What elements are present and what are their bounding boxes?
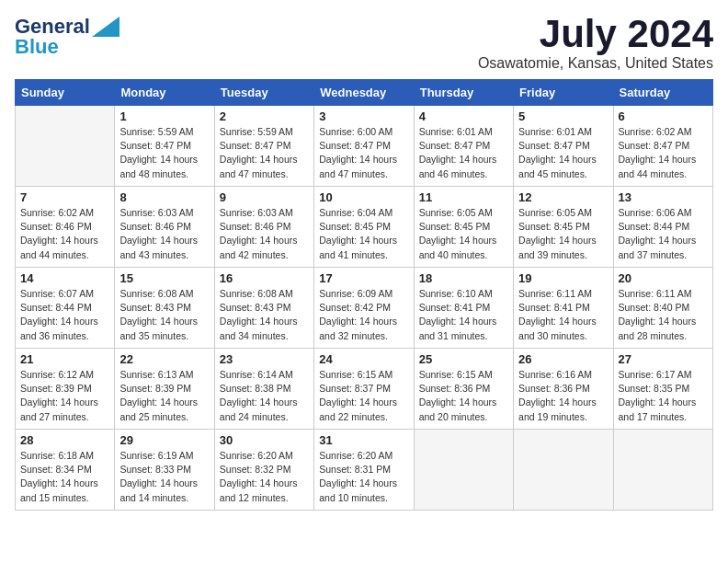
calendar-cell: 8Sunrise: 6:03 AMSunset: 8:46 PMDaylight… — [115, 187, 214, 268]
day-info: Sunrise: 6:05 AMSunset: 8:45 PMDaylight:… — [419, 206, 508, 262]
calendar-table: SundayMondayTuesdayWednesdayThursdayFrid… — [15, 79, 713, 511]
calendar-cell — [414, 430, 513, 511]
calendar-cell: 28Sunrise: 6:18 AMSunset: 8:34 PMDayligh… — [16, 430, 115, 511]
day-info: Sunrise: 6:15 AMSunset: 8:36 PMDaylight:… — [419, 368, 508, 424]
day-info: Sunrise: 6:18 AMSunset: 8:34 PMDaylight:… — [20, 449, 109, 505]
day-info: Sunrise: 6:20 AMSunset: 8:31 PMDaylight:… — [319, 449, 408, 505]
calendar-week-row: 1Sunrise: 5:59 AMSunset: 8:47 PMDaylight… — [16, 106, 713, 187]
day-info: Sunrise: 6:20 AMSunset: 8:32 PMDaylight:… — [220, 449, 309, 505]
calendar-cell: 2Sunrise: 5:59 AMSunset: 8:47 PMDaylight… — [214, 106, 313, 187]
calendar-cell: 17Sunrise: 6:09 AMSunset: 8:42 PMDayligh… — [314, 268, 414, 349]
calendar-cell: 23Sunrise: 6:14 AMSunset: 8:38 PMDayligh… — [214, 349, 313, 430]
day-number: 20 — [619, 271, 708, 285]
month-title: July 2024 — [478, 15, 713, 53]
day-number: 15 — [119, 271, 209, 285]
day-number: 28 — [20, 433, 109, 447]
day-number: 21 — [20, 352, 109, 366]
day-info: Sunrise: 6:11 AMSunset: 8:40 PMDaylight:… — [619, 287, 708, 343]
calendar-cell: 3Sunrise: 6:00 AMSunset: 8:47 PMDaylight… — [314, 106, 414, 187]
calendar-cell: 9Sunrise: 6:03 AMSunset: 8:46 PMDaylight… — [214, 187, 313, 268]
day-number: 1 — [119, 109, 209, 123]
day-info: Sunrise: 5:59 AMSunset: 8:47 PMDaylight:… — [119, 125, 209, 181]
weekday-header: Tuesday — [214, 80, 313, 106]
day-info: Sunrise: 6:13 AMSunset: 8:39 PMDaylight:… — [119, 368, 209, 424]
day-number: 13 — [619, 190, 708, 204]
day-number: 25 — [419, 352, 508, 366]
day-number: 29 — [119, 433, 209, 447]
day-info: Sunrise: 6:08 AMSunset: 8:43 PMDaylight:… — [119, 287, 209, 343]
day-number: 7 — [20, 190, 109, 204]
logo-icon — [92, 17, 119, 37]
day-number: 23 — [220, 352, 309, 366]
day-number: 10 — [319, 190, 408, 204]
calendar-cell: 10Sunrise: 6:04 AMSunset: 8:45 PMDayligh… — [314, 187, 414, 268]
weekday-header: Sunday — [16, 80, 115, 106]
calendar-cell — [16, 106, 115, 187]
calendar-cell: 14Sunrise: 6:07 AMSunset: 8:44 PMDayligh… — [16, 268, 115, 349]
day-info: Sunrise: 6:12 AMSunset: 8:39 PMDaylight:… — [20, 368, 109, 424]
calendar-cell: 19Sunrise: 6:11 AMSunset: 8:41 PMDayligh… — [514, 268, 613, 349]
day-number: 18 — [419, 271, 508, 285]
calendar-cell: 24Sunrise: 6:15 AMSunset: 8:37 PMDayligh… — [314, 349, 414, 430]
svg-marker-0 — [92, 17, 119, 37]
calendar-cell: 15Sunrise: 6:08 AMSunset: 8:43 PMDayligh… — [115, 268, 214, 349]
logo: General Blue — [15, 15, 119, 59]
day-number: 14 — [20, 271, 109, 285]
weekday-header-row: SundayMondayTuesdayWednesdayThursdayFrid… — [16, 80, 713, 106]
calendar-cell: 11Sunrise: 6:05 AMSunset: 8:45 PMDayligh… — [414, 187, 513, 268]
day-info: Sunrise: 6:06 AMSunset: 8:44 PMDaylight:… — [619, 206, 708, 262]
day-number: 5 — [518, 109, 608, 123]
day-number: 17 — [319, 271, 408, 285]
calendar-cell: 26Sunrise: 6:16 AMSunset: 8:36 PMDayligh… — [514, 349, 613, 430]
day-info: Sunrise: 6:00 AMSunset: 8:47 PMDaylight:… — [319, 125, 408, 181]
calendar-cell: 22Sunrise: 6:13 AMSunset: 8:39 PMDayligh… — [115, 349, 214, 430]
day-number: 26 — [518, 352, 608, 366]
day-info: Sunrise: 6:08 AMSunset: 8:43 PMDaylight:… — [220, 287, 309, 343]
calendar-week-row: 21Sunrise: 6:12 AMSunset: 8:39 PMDayligh… — [16, 349, 713, 430]
day-number: 6 — [619, 109, 708, 123]
weekday-header: Friday — [514, 80, 613, 106]
day-info: Sunrise: 5:59 AMSunset: 8:47 PMDaylight:… — [220, 125, 309, 181]
calendar-cell: 13Sunrise: 6:06 AMSunset: 8:44 PMDayligh… — [613, 187, 712, 268]
calendar-header: General Blue July 2024 Osawatomie, Kansa… — [15, 15, 713, 72]
day-info: Sunrise: 6:02 AMSunset: 8:46 PMDaylight:… — [20, 206, 109, 262]
day-number: 30 — [220, 433, 309, 447]
day-number: 11 — [419, 190, 508, 204]
calendar-week-row: 28Sunrise: 6:18 AMSunset: 8:34 PMDayligh… — [16, 430, 713, 511]
calendar-cell: 4Sunrise: 6:01 AMSunset: 8:47 PMDaylight… — [414, 106, 513, 187]
day-number: 12 — [518, 190, 608, 204]
day-number: 31 — [319, 433, 408, 447]
calendar-cell: 1Sunrise: 5:59 AMSunset: 8:47 PMDaylight… — [115, 106, 214, 187]
calendar-cell — [613, 430, 712, 511]
calendar-cell: 31Sunrise: 6:20 AMSunset: 8:31 PMDayligh… — [314, 430, 414, 511]
day-info: Sunrise: 6:03 AMSunset: 8:46 PMDaylight:… — [220, 206, 309, 262]
day-number: 24 — [319, 352, 408, 366]
day-info: Sunrise: 6:19 AMSunset: 8:33 PMDaylight:… — [119, 449, 209, 505]
calendar-cell: 27Sunrise: 6:17 AMSunset: 8:35 PMDayligh… — [613, 349, 712, 430]
weekday-header: Monday — [115, 80, 214, 106]
day-number: 16 — [220, 271, 309, 285]
day-number: 2 — [220, 109, 309, 123]
calendar-cell: 12Sunrise: 6:05 AMSunset: 8:45 PMDayligh… — [514, 187, 613, 268]
location-title: Osawatomie, Kansas, United States — [478, 55, 713, 72]
day-number: 19 — [518, 271, 608, 285]
calendar-cell: 16Sunrise: 6:08 AMSunset: 8:43 PMDayligh… — [214, 268, 313, 349]
day-info: Sunrise: 6:16 AMSunset: 8:36 PMDaylight:… — [518, 368, 608, 424]
calendar-cell — [514, 430, 613, 511]
calendar-cell: 30Sunrise: 6:20 AMSunset: 8:32 PMDayligh… — [214, 430, 313, 511]
logo-blue: Blue — [15, 35, 59, 59]
title-area: July 2024 Osawatomie, Kansas, United Sta… — [478, 15, 713, 72]
day-number: 4 — [419, 109, 508, 123]
weekday-header: Saturday — [613, 80, 712, 106]
day-info: Sunrise: 6:10 AMSunset: 8:41 PMDaylight:… — [419, 287, 508, 343]
day-info: Sunrise: 6:07 AMSunset: 8:44 PMDaylight:… — [20, 287, 109, 343]
calendar-week-row: 7Sunrise: 6:02 AMSunset: 8:46 PMDaylight… — [16, 187, 713, 268]
calendar-cell: 6Sunrise: 6:02 AMSunset: 8:47 PMDaylight… — [613, 106, 712, 187]
day-info: Sunrise: 6:02 AMSunset: 8:47 PMDaylight:… — [619, 125, 708, 181]
calendar-cell: 5Sunrise: 6:01 AMSunset: 8:47 PMDaylight… — [514, 106, 613, 187]
calendar-cell: 25Sunrise: 6:15 AMSunset: 8:36 PMDayligh… — [414, 349, 513, 430]
day-info: Sunrise: 6:14 AMSunset: 8:38 PMDaylight:… — [220, 368, 309, 424]
day-number: 3 — [319, 109, 408, 123]
calendar-cell: 20Sunrise: 6:11 AMSunset: 8:40 PMDayligh… — [613, 268, 712, 349]
day-info: Sunrise: 6:03 AMSunset: 8:46 PMDaylight:… — [119, 206, 209, 262]
